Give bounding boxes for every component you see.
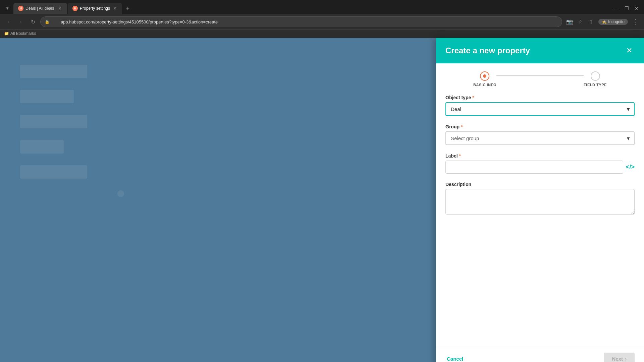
- address-bar-row: ‹ › ↻ 🔒 app.hubspot.com/property-setting…: [0, 14, 644, 29]
- group-form-group: Group * Select group Deal information Sa…: [445, 124, 635, 145]
- object-type-group: Object type * Deal Contact Company Ticke…: [445, 95, 635, 116]
- lock-icon: 🔒: [45, 19, 50, 24]
- incognito-label: 🕵 Incognito: [598, 19, 628, 25]
- bg-element-4: [20, 140, 64, 154]
- modal-footer: Cancel Next ›: [436, 347, 644, 362]
- next-button[interactable]: Next ›: [604, 353, 635, 362]
- close-button[interactable]: ✕: [632, 4, 641, 13]
- description-input[interactable]: [445, 189, 635, 215]
- label-required: *: [458, 153, 461, 159]
- sidebar-icon[interactable]: ▯: [586, 17, 596, 26]
- tab-deals-close[interactable]: ✕: [57, 6, 62, 11]
- tab-bar: ▼ H Deals | All deals ✕ H Property setti…: [0, 0, 644, 14]
- bookmarks-folder[interactable]: 📁 All Bookmarks: [4, 31, 36, 36]
- bg-element-2: [20, 90, 74, 103]
- page-content: Create a new property ✕ BASIC INFO FIELD…: [0, 38, 644, 362]
- tab-property-favicon: H: [72, 6, 78, 11]
- tab-dropdown-button[interactable]: ▼: [3, 4, 12, 13]
- modal-title: Create a new property: [445, 46, 530, 55]
- restore-button[interactable]: ❐: [622, 4, 631, 13]
- bg-element-5: [20, 165, 87, 179]
- minimize-button[interactable]: —: [612, 4, 621, 13]
- next-label: Next: [612, 356, 623, 362]
- object-type-required: *: [471, 95, 474, 100]
- window-controls: — ❐ ✕: [609, 4, 644, 13]
- step-2-circle: [591, 71, 600, 81]
- cancel-button[interactable]: Cancel: [445, 353, 465, 362]
- camera-icon[interactable]: 📷: [565, 17, 574, 26]
- toolbar-icons: 📷 ☆ ▯: [565, 17, 596, 26]
- folder-icon: 📁: [4, 31, 9, 36]
- group-select[interactable]: Select group Deal information Sales Pipe…: [445, 131, 635, 145]
- bg-element-6: [117, 190, 124, 197]
- modal-body: Object type * Deal Contact Company Ticke…: [436, 95, 644, 347]
- step-2-label: FIELD TYPE: [584, 83, 607, 87]
- tab-property[interactable]: H Property settings ✕: [68, 3, 122, 14]
- object-type-label: Object type *: [445, 95, 635, 100]
- description-form-group: Description: [445, 182, 635, 216]
- reload-button[interactable]: ↻: [28, 17, 38, 26]
- step-1-label: BASIC INFO: [473, 83, 496, 87]
- bg-element-1: [20, 65, 87, 78]
- modal-header: Create a new property ✕: [436, 38, 644, 63]
- step-basic-info: BASIC INFO: [473, 71, 496, 87]
- label-input[interactable]: [445, 161, 623, 174]
- star-icon[interactable]: ☆: [576, 17, 585, 26]
- back-button[interactable]: ‹: [4, 17, 13, 26]
- address-bar[interactable]: 🔒 app.hubspot.com/property-settings/4510…: [40, 16, 562, 27]
- tab-deals-favicon: H: [18, 6, 23, 11]
- group-required: *: [460, 124, 463, 129]
- object-type-select-wrapper: Deal Contact Company Ticket ▼: [445, 102, 635, 116]
- group-select-wrapper: Select group Deal information Sales Pipe…: [445, 131, 635, 145]
- browser-chrome: ▼ H Deals | All deals ✕ H Property setti…: [0, 0, 644, 38]
- step-field-type: FIELD TYPE: [584, 71, 607, 87]
- tab-property-close[interactable]: ✕: [112, 6, 117, 11]
- modal-close-button[interactable]: ✕: [624, 45, 635, 56]
- label-input-wrapper: </>: [445, 161, 635, 174]
- bookmarks-bar: 📁 All Bookmarks: [0, 29, 644, 38]
- description-label: Description: [445, 182, 635, 187]
- modal-panel: Create a new property ✕ BASIC INFO FIELD…: [436, 38, 644, 362]
- code-icon[interactable]: </>: [626, 164, 635, 171]
- new-tab-button[interactable]: +: [123, 3, 133, 13]
- stepper-line: [496, 75, 584, 76]
- group-label: Group *: [445, 124, 635, 129]
- incognito-icon: 🕵: [602, 19, 607, 24]
- tab-deals[interactable]: H Deals | All deals ✕: [13, 3, 67, 14]
- label-field-label: Label *: [445, 153, 635, 159]
- step-1-circle: [480, 71, 489, 81]
- address-text: app.hubspot.com/property-settings/451055…: [53, 19, 218, 24]
- step-1-dot: [483, 74, 486, 78]
- forward-button[interactable]: ›: [16, 17, 25, 26]
- tab-property-label: Property settings: [80, 6, 110, 11]
- next-arrow-icon: ›: [625, 356, 627, 362]
- label-form-group: Label * </>: [445, 153, 635, 174]
- bg-element-3: [20, 115, 87, 128]
- stepper: BASIC INFO FIELD TYPE: [436, 63, 644, 95]
- tab-deals-label: Deals | All deals: [25, 6, 55, 11]
- object-type-select[interactable]: Deal Contact Company Ticket: [445, 102, 635, 116]
- menu-button[interactable]: ⋮: [631, 17, 640, 26]
